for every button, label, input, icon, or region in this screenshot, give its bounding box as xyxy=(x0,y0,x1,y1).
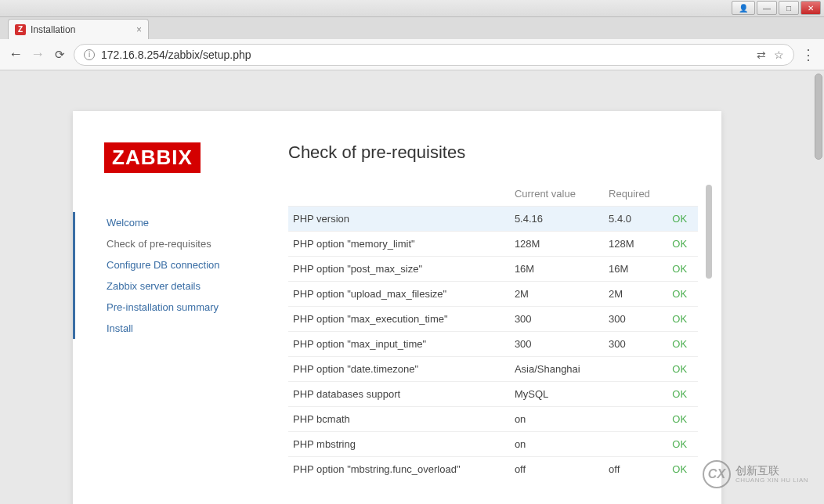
req-name: PHP option "mbstring.func_overload" xyxy=(288,457,510,482)
table-row: PHP option "max_execution_time"300300OK xyxy=(288,307,698,332)
forward-arrow-icon: → xyxy=(31,46,45,63)
page-scrollbar[interactable] xyxy=(815,74,822,160)
setup-step-4[interactable]: Pre-installation summary xyxy=(107,297,257,318)
req-name: PHP version xyxy=(288,207,510,232)
req-status: OK xyxy=(667,307,698,332)
req-current: on xyxy=(510,407,604,432)
req-name: PHP databases support xyxy=(288,382,510,407)
watermark-text: 创新互联 xyxy=(735,465,808,477)
table-row: PHP option "post_max_size"16M16MOK xyxy=(288,257,698,282)
req-status: OK xyxy=(667,207,698,232)
url-bar[interactable]: i 172.16.8.254/zabbix/setup.php ⇄ ☆ xyxy=(74,44,794,66)
req-required: 128M xyxy=(604,232,667,257)
url-text: 172.16.8.254/zabbix/setup.php xyxy=(101,49,251,61)
watermark-logo-icon: CX xyxy=(703,460,731,488)
table-row: PHP databases supportMySQLOK xyxy=(288,382,698,407)
tab-close-icon[interactable]: × xyxy=(136,24,142,35)
bookmark-star-icon[interactable]: ☆ xyxy=(774,49,784,61)
req-current: Asia/Shanghai xyxy=(510,357,604,382)
req-required: 5.4.0 xyxy=(604,207,667,232)
req-current: off xyxy=(510,457,604,482)
req-current: MySQL xyxy=(510,382,604,407)
req-status: OK xyxy=(667,357,698,382)
requirements-table: Current value Required PHP version5.4.16… xyxy=(288,182,698,481)
table-row: PHP option "upload_max_filesize"2M2MOK xyxy=(288,282,698,307)
req-required xyxy=(604,357,667,382)
req-required: off xyxy=(604,457,667,482)
req-name: PHP option "max_execution_time" xyxy=(288,307,510,332)
req-required xyxy=(604,432,667,457)
req-current: 300 xyxy=(510,332,604,357)
table-row: PHP bcmathonOK xyxy=(288,407,698,432)
page-viewport: csdn.net/xiegh ZABBIX WelcomeCheck of pr… xyxy=(0,70,824,504)
reload-icon: ⟳ xyxy=(55,48,65,62)
req-current: 300 xyxy=(510,307,604,332)
back-arrow-icon: ← xyxy=(9,46,23,63)
req-current: on xyxy=(510,432,604,457)
minimize-icon: — xyxy=(763,4,771,13)
col-status xyxy=(667,182,698,207)
nav-forward-button[interactable]: → xyxy=(30,47,45,63)
os-user-button[interactable]: 👤 xyxy=(732,1,755,15)
browser-tab-active[interactable]: Z Installation × xyxy=(8,19,149,39)
os-close-button[interactable]: ✕ xyxy=(801,1,821,15)
watermark-subtext: CHUANG XIN HU LIAN xyxy=(735,477,808,484)
req-required xyxy=(604,382,667,407)
setup-step-5[interactable]: Install xyxy=(107,318,257,339)
req-name: PHP mbstring xyxy=(288,432,510,457)
setup-step-3[interactable]: Zabbix server details xyxy=(107,275,257,297)
site-info-icon[interactable]: i xyxy=(84,49,95,60)
table-row: PHP version5.4.165.4.0OK xyxy=(288,207,698,232)
req-required: 300 xyxy=(604,307,667,332)
req-name: PHP option "upload_max_filesize" xyxy=(288,282,510,307)
os-titlebar: 👤 — □ ✕ xyxy=(0,0,824,17)
req-required: 2M xyxy=(604,282,667,307)
table-row: PHP option "memory_limit"128M128MOK xyxy=(288,232,698,257)
requirements-scrollbar[interactable] xyxy=(706,185,712,279)
os-minimize-button[interactable]: — xyxy=(757,1,777,15)
col-current: Current value xyxy=(510,182,604,207)
menu-dots-icon: ⋮ xyxy=(801,47,815,63)
req-name: PHP option "post_max_size" xyxy=(288,257,510,282)
setup-step-0[interactable]: Welcome xyxy=(107,212,257,233)
maximize-icon: □ xyxy=(786,4,791,13)
nav-back-button[interactable]: ← xyxy=(8,47,23,63)
table-row: PHP option "max_input_time"300300OK xyxy=(288,332,698,357)
source-watermark: CX 创新互联 CHUANG XIN HU LIAN xyxy=(703,460,808,488)
req-current: 128M xyxy=(510,232,604,257)
setup-card: ZABBIX WelcomeCheck of pre-requisitesCon… xyxy=(73,111,721,504)
req-status: OK xyxy=(667,432,698,457)
page-title: Check of pre-requisites xyxy=(288,142,698,163)
req-status: OK xyxy=(667,232,698,257)
col-required: Required xyxy=(604,182,667,207)
req-status: OK xyxy=(667,407,698,432)
req-name: PHP bcmath xyxy=(288,407,510,432)
table-row: PHP mbstringonOK xyxy=(288,432,698,457)
req-required: 16M xyxy=(604,257,667,282)
req-status: OK xyxy=(667,282,698,307)
browser-toolbar: ← → ⟳ i 172.16.8.254/zabbix/setup.php ⇄ … xyxy=(0,39,824,70)
setup-step-1[interactable]: Check of pre-requisites xyxy=(107,233,257,254)
tab-title: Installation xyxy=(31,24,75,35)
req-current: 2M xyxy=(510,282,604,307)
req-status: OK xyxy=(667,457,698,482)
table-row: PHP option "date.timezone"Asia/ShanghaiO… xyxy=(288,357,698,382)
setup-actions: Back Next step xyxy=(73,489,721,504)
setup-step-2[interactable]: Configure DB connection xyxy=(107,254,257,275)
user-icon: 👤 xyxy=(739,4,748,13)
nav-reload-button[interactable]: ⟳ xyxy=(52,47,67,63)
setup-left-column: ZABBIX WelcomeCheck of pre-requisitesCon… xyxy=(104,142,257,481)
req-name: PHP option "date.timezone" xyxy=(288,357,510,382)
req-name: PHP option "memory_limit" xyxy=(288,232,510,257)
browser-menu-button[interactable]: ⋮ xyxy=(801,46,816,63)
setup-steps-list: WelcomeCheck of pre-requisitesConfigure … xyxy=(104,212,257,339)
req-required xyxy=(604,407,667,432)
setup-right-column: Check of pre-requisites Current value Re… xyxy=(288,142,698,481)
browser-tab-strip: Z Installation × xyxy=(0,17,824,39)
zabbix-logo: ZABBIX xyxy=(104,142,201,173)
req-current: 5.4.16 xyxy=(510,207,604,232)
translate-icon[interactable]: ⇄ xyxy=(757,49,766,61)
req-current: 16M xyxy=(510,257,604,282)
os-maximize-button[interactable]: □ xyxy=(779,1,799,15)
col-name xyxy=(288,182,510,207)
